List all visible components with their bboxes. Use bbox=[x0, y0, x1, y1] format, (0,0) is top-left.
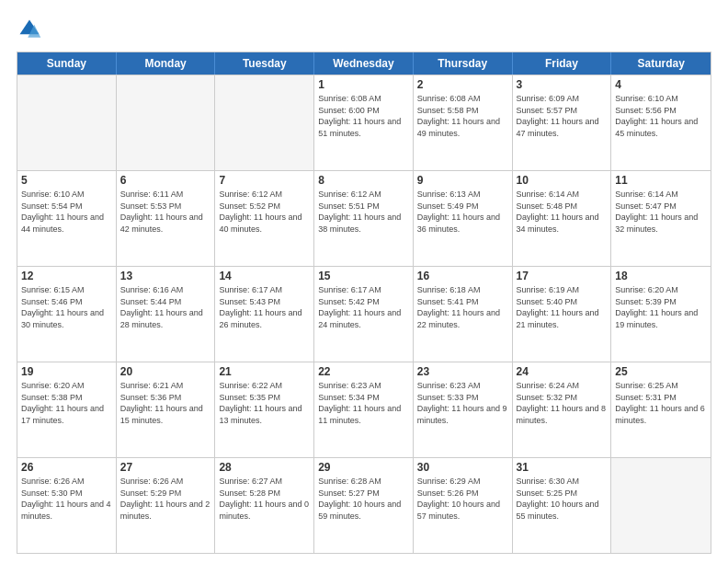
calendar: SundayMondayTuesdayWednesdayThursdayFrid… bbox=[17, 52, 711, 554]
calendar-header-day: Thursday bbox=[414, 52, 513, 75]
calendar-header-day: Tuesday bbox=[215, 52, 314, 75]
cell-date-number: 9 bbox=[417, 174, 508, 187]
cell-info: Sunrise: 6:24 AM Sunset: 5:32 PM Dayligh… bbox=[517, 380, 608, 426]
cell-info: Sunrise: 6:23 AM Sunset: 5:34 PM Dayligh… bbox=[318, 380, 409, 426]
calendar-row: 5Sunrise: 6:10 AM Sunset: 5:54 PM Daylig… bbox=[17, 170, 711, 266]
cell-info: Sunrise: 6:12 AM Sunset: 5:52 PM Dayligh… bbox=[219, 189, 310, 235]
cell-info: Sunrise: 6:23 AM Sunset: 5:33 PM Dayligh… bbox=[417, 380, 508, 426]
cell-info: Sunrise: 6:26 AM Sunset: 5:29 PM Dayligh… bbox=[120, 476, 211, 522]
cell-date-number: 4 bbox=[615, 78, 707, 91]
cell-date-number: 16 bbox=[417, 270, 508, 282]
cell-info: Sunrise: 6:27 AM Sunset: 5:28 PM Dayligh… bbox=[219, 476, 310, 522]
calendar-cell: 17Sunrise: 6:19 AM Sunset: 5:40 PM Dayli… bbox=[513, 267, 612, 362]
calendar-cell: 28Sunrise: 6:27 AM Sunset: 5:28 PM Dayli… bbox=[215, 458, 314, 553]
cell-date-number: 1 bbox=[318, 78, 409, 91]
calendar-cell: 9Sunrise: 6:13 AM Sunset: 5:49 PM Daylig… bbox=[414, 171, 513, 266]
cell-info: Sunrise: 6:26 AM Sunset: 5:30 PM Dayligh… bbox=[21, 476, 112, 522]
calendar-cell: 13Sunrise: 6:16 AM Sunset: 5:44 PM Dayli… bbox=[117, 267, 216, 362]
cell-info: Sunrise: 6:17 AM Sunset: 5:42 PM Dayligh… bbox=[318, 284, 409, 330]
calendar-cell: 19Sunrise: 6:20 AM Sunset: 5:38 PM Dayli… bbox=[17, 362, 117, 457]
cell-info: Sunrise: 6:08 AM Sunset: 5:58 PM Dayligh… bbox=[417, 93, 508, 139]
cell-date-number: 27 bbox=[120, 461, 211, 474]
calendar-row: 26Sunrise: 6:26 AM Sunset: 5:30 PM Dayli… bbox=[17, 457, 711, 553]
cell-date-number: 12 bbox=[21, 270, 112, 282]
cell-info: Sunrise: 6:15 AM Sunset: 5:46 PM Dayligh… bbox=[21, 284, 112, 330]
calendar-header-day: Monday bbox=[117, 52, 216, 75]
calendar-cell: 4Sunrise: 6:10 AM Sunset: 5:56 PM Daylig… bbox=[611, 75, 711, 170]
calendar-cell: 31Sunrise: 6:30 AM Sunset: 5:25 PM Dayli… bbox=[513, 458, 612, 553]
calendar-header-day: Wednesday bbox=[314, 52, 414, 75]
cell-date-number: 2 bbox=[417, 78, 508, 91]
cell-info: Sunrise: 6:28 AM Sunset: 5:27 PM Dayligh… bbox=[318, 476, 409, 522]
calendar-cell: 3Sunrise: 6:09 AM Sunset: 5:57 PM Daylig… bbox=[513, 75, 612, 170]
cell-date-number: 24 bbox=[517, 365, 608, 378]
calendar-cell-empty bbox=[17, 75, 117, 170]
cell-info: Sunrise: 6:08 AM Sunset: 6:00 PM Dayligh… bbox=[318, 93, 409, 139]
cell-date-number: 25 bbox=[615, 365, 707, 378]
calendar-cell: 7Sunrise: 6:12 AM Sunset: 5:52 PM Daylig… bbox=[215, 171, 314, 266]
cell-date-number: 29 bbox=[318, 461, 409, 474]
calendar-cell: 6Sunrise: 6:11 AM Sunset: 5:53 PM Daylig… bbox=[117, 171, 216, 266]
cell-info: Sunrise: 6:17 AM Sunset: 5:43 PM Dayligh… bbox=[219, 284, 310, 330]
cell-date-number: 15 bbox=[318, 270, 409, 282]
calendar-cell: 16Sunrise: 6:18 AM Sunset: 5:41 PM Dayli… bbox=[414, 267, 513, 362]
cell-date-number: 7 bbox=[219, 174, 310, 187]
logo-icon bbox=[17, 17, 42, 42]
cell-info: Sunrise: 6:14 AM Sunset: 5:47 PM Dayligh… bbox=[615, 189, 707, 235]
cell-info: Sunrise: 6:13 AM Sunset: 5:49 PM Dayligh… bbox=[417, 189, 508, 235]
calendar-cell: 8Sunrise: 6:12 AM Sunset: 5:51 PM Daylig… bbox=[314, 171, 414, 266]
cell-date-number: 8 bbox=[318, 174, 409, 187]
header bbox=[17, 17, 711, 42]
cell-info: Sunrise: 6:18 AM Sunset: 5:41 PM Dayligh… bbox=[417, 284, 508, 330]
calendar-cell: 14Sunrise: 6:17 AM Sunset: 5:43 PM Dayli… bbox=[215, 267, 314, 362]
cell-date-number: 19 bbox=[21, 365, 112, 378]
cell-date-number: 13 bbox=[120, 270, 211, 282]
calendar-row: 12Sunrise: 6:15 AM Sunset: 5:46 PM Dayli… bbox=[17, 266, 711, 362]
calendar-cell: 29Sunrise: 6:28 AM Sunset: 5:27 PM Dayli… bbox=[314, 458, 414, 553]
cell-info: Sunrise: 6:30 AM Sunset: 5:25 PM Dayligh… bbox=[517, 476, 608, 522]
calendar-cell: 12Sunrise: 6:15 AM Sunset: 5:46 PM Dayli… bbox=[17, 267, 117, 362]
cell-date-number: 11 bbox=[615, 174, 707, 187]
cell-date-number: 17 bbox=[517, 270, 608, 282]
calendar-cell: 30Sunrise: 6:29 AM Sunset: 5:26 PM Dayli… bbox=[414, 458, 513, 553]
cell-date-number: 28 bbox=[219, 461, 310, 474]
cell-date-number: 5 bbox=[21, 174, 112, 187]
cell-date-number: 3 bbox=[517, 78, 608, 91]
cell-date-number: 10 bbox=[517, 174, 608, 187]
cell-info: Sunrise: 6:10 AM Sunset: 5:56 PM Dayligh… bbox=[615, 93, 707, 139]
calendar-cell: 1Sunrise: 6:08 AM Sunset: 6:00 PM Daylig… bbox=[314, 75, 414, 170]
calendar-cell: 15Sunrise: 6:17 AM Sunset: 5:42 PM Dayli… bbox=[314, 267, 414, 362]
cell-date-number: 22 bbox=[318, 365, 409, 378]
cell-info: Sunrise: 6:11 AM Sunset: 5:53 PM Dayligh… bbox=[120, 189, 211, 235]
calendar-cell: 22Sunrise: 6:23 AM Sunset: 5:34 PM Dayli… bbox=[314, 362, 414, 457]
calendar-body: 1Sunrise: 6:08 AM Sunset: 6:00 PM Daylig… bbox=[17, 75, 711, 553]
cell-date-number: 6 bbox=[120, 174, 211, 187]
calendar-cell-empty bbox=[215, 75, 314, 170]
cell-info: Sunrise: 6:25 AM Sunset: 5:31 PM Dayligh… bbox=[615, 380, 707, 426]
calendar-header-day: Friday bbox=[513, 52, 612, 75]
calendar-header-day: Sunday bbox=[17, 52, 117, 75]
cell-info: Sunrise: 6:10 AM Sunset: 5:54 PM Dayligh… bbox=[21, 189, 112, 235]
cell-info: Sunrise: 6:20 AM Sunset: 5:38 PM Dayligh… bbox=[21, 380, 112, 426]
cell-date-number: 23 bbox=[417, 365, 508, 378]
page: SundayMondayTuesdayWednesdayThursdayFrid… bbox=[0, 0, 728, 563]
calendar-cell: 24Sunrise: 6:24 AM Sunset: 5:32 PM Dayli… bbox=[513, 362, 612, 457]
calendar-row: 1Sunrise: 6:08 AM Sunset: 6:00 PM Daylig… bbox=[17, 75, 711, 170]
calendar-cell: 11Sunrise: 6:14 AM Sunset: 5:47 PM Dayli… bbox=[611, 171, 711, 266]
calendar-cell: 18Sunrise: 6:20 AM Sunset: 5:39 PM Dayli… bbox=[611, 267, 711, 362]
calendar-cell: 2Sunrise: 6:08 AM Sunset: 5:58 PM Daylig… bbox=[414, 75, 513, 170]
cell-info: Sunrise: 6:09 AM Sunset: 5:57 PM Dayligh… bbox=[517, 93, 608, 139]
calendar-cell: 26Sunrise: 6:26 AM Sunset: 5:30 PM Dayli… bbox=[17, 458, 117, 553]
cell-date-number: 14 bbox=[219, 270, 310, 282]
cell-info: Sunrise: 6:14 AM Sunset: 5:48 PM Dayligh… bbox=[517, 189, 608, 235]
cell-info: Sunrise: 6:12 AM Sunset: 5:51 PM Dayligh… bbox=[318, 189, 409, 235]
calendar-cell: 27Sunrise: 6:26 AM Sunset: 5:29 PM Dayli… bbox=[117, 458, 216, 553]
calendar-cell: 20Sunrise: 6:21 AM Sunset: 5:36 PM Dayli… bbox=[117, 362, 216, 457]
cell-info: Sunrise: 6:19 AM Sunset: 5:40 PM Dayligh… bbox=[517, 284, 608, 330]
cell-date-number: 30 bbox=[417, 461, 508, 474]
logo bbox=[17, 17, 46, 42]
calendar-cell: 25Sunrise: 6:25 AM Sunset: 5:31 PM Dayli… bbox=[611, 362, 711, 457]
cell-info: Sunrise: 6:29 AM Sunset: 5:26 PM Dayligh… bbox=[417, 476, 508, 522]
cell-date-number: 31 bbox=[517, 461, 608, 474]
cell-date-number: 18 bbox=[615, 270, 707, 282]
